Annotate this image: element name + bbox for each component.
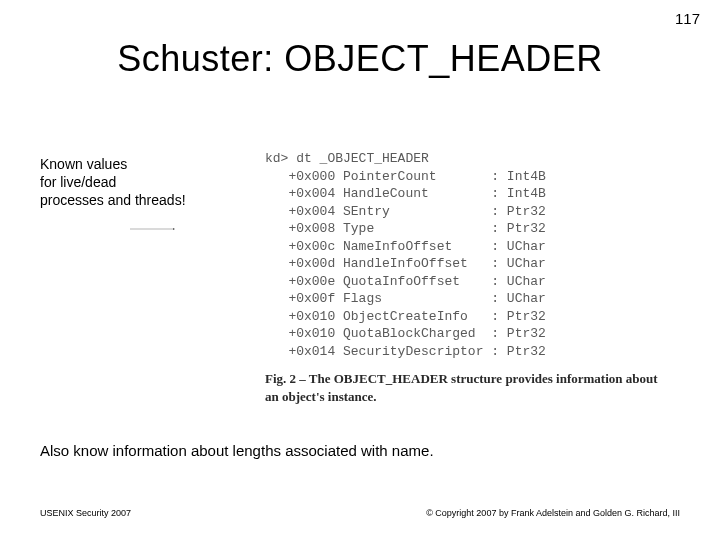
annotation-line: for live/dead [40,173,186,191]
svg-marker-1 [173,228,175,230]
page-number: 117 [675,10,700,27]
footer-left: USENIX Security 2007 [40,508,131,518]
code-block: kd> dt _OBJECT_HEADER +0x000 PointerCoun… [265,150,546,361]
arrow-icon [40,228,265,230]
bottom-note: Also know information about lengths asso… [40,442,434,459]
footer-right: © Copyright 2007 by Frank Adelstein and … [426,508,680,518]
annotation-text: Known values for live/dead processes and… [40,155,186,210]
slide-title: Schuster: OBJECT_HEADER [0,38,720,80]
annotation-line: Known values [40,155,186,173]
figure-caption: Fig. 2 – The OBJECT_HEADER structure pro… [265,370,665,406]
annotation-line: processes and threads! [40,191,186,209]
